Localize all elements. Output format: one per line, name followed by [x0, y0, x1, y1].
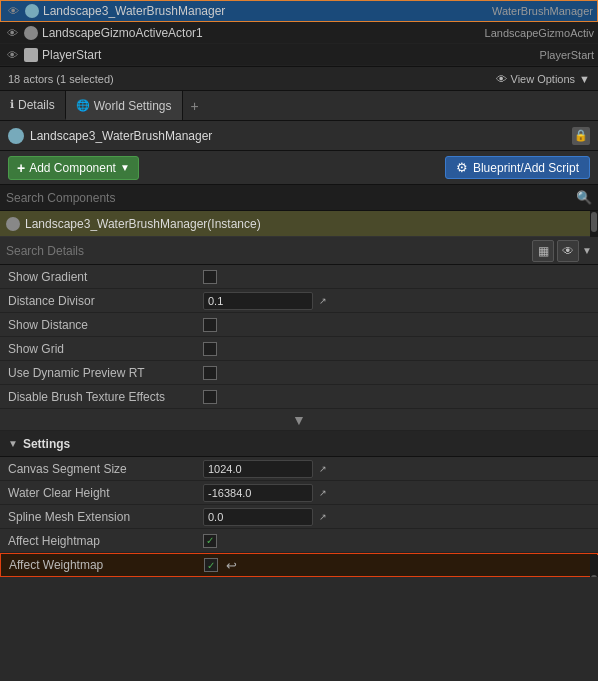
obj-type-icon [8, 128, 24, 144]
lock-button[interactable]: 🔒 [572, 127, 590, 145]
settings-header-text: Settings [23, 437, 70, 451]
obj-name-text: Landscape3_WaterBrushManager [30, 129, 212, 143]
actor-status-bar: 18 actors (1 selected) 👁 View Options ▼ [0, 67, 598, 91]
actor-row-gizmo[interactable]: 👁 LandscapeGizmoActiveActor1 LandscapeGi… [0, 22, 598, 44]
show-gradient-label: Show Gradient [8, 270, 203, 284]
disable-brush-label: Disable Brush Texture Effects [8, 390, 203, 404]
canvas-segment-expand-icon: ↗ [319, 464, 327, 474]
canvas-segment-input[interactable] [203, 460, 313, 478]
dynamic-preview-label: Use Dynamic Preview RT [8, 366, 203, 380]
instance-row[interactable]: Landscape3_WaterBrushManager(Instance) [0, 211, 598, 237]
dynamic-preview-checkbox[interactable] [203, 366, 217, 380]
properties-panel: Show Gradient Distance Divisor ↗ Show Di… [0, 265, 598, 577]
affect-weightmap-extra-icon: ↩ [226, 558, 237, 573]
details-tab-icon: ℹ [10, 98, 14, 111]
water-clear-height-label: Water Clear Height [8, 486, 203, 500]
affect-weightmap-value: ↩ [204, 558, 589, 573]
eye-icon-gizmo[interactable]: 👁 [4, 25, 20, 41]
show-distance-checkbox[interactable] [203, 318, 217, 332]
prop-row-dynamic-preview: Use Dynamic Preview RT [0, 361, 598, 385]
actor-name-playerstart[interactable]: PlayerStart [42, 48, 536, 62]
distance-divisor-input[interactable] [203, 292, 313, 310]
actor-count: 18 actors (1 selected) [8, 73, 114, 85]
eye-filter-button[interactable]: 👁 [557, 240, 579, 262]
instance-scrollbar-thumb [591, 212, 597, 232]
blueprint-label: Blueprint/Add Script [473, 161, 579, 175]
main-scrollbar[interactable] [590, 555, 598, 577]
prop-row-affect-weightmap: Affect Weightmap ↩ [0, 553, 598, 577]
show-grid-checkbox[interactable] [203, 342, 217, 356]
settings-section-header[interactable]: ▼ Settings [0, 431, 598, 457]
down-arrow-icon: ▼ [292, 412, 306, 428]
details-header: Landscape3_WaterBrushManager 🔒 [0, 121, 598, 151]
tab-add-btn[interactable]: + [183, 91, 207, 120]
plus-icon: + [17, 160, 25, 176]
grid-view-button[interactable]: ▦ [532, 240, 554, 262]
instance-area: Landscape3_WaterBrushManager(Instance) [0, 211, 598, 237]
eye-filter-chevron[interactable]: ▼ [582, 245, 592, 256]
search-components-input[interactable] [6, 191, 572, 205]
water-clear-height-input[interactable] [203, 484, 313, 502]
prop-row-show-distance: Show Distance [0, 313, 598, 337]
tab-details[interactable]: ℹ Details [0, 91, 66, 120]
prop-row-show-grid: Show Grid [0, 337, 598, 361]
instance-icon [6, 217, 20, 231]
world-settings-tab-icon: 🌐 [76, 99, 90, 112]
show-gradient-checkbox[interactable] [203, 270, 217, 284]
affect-heightmap-checkbox[interactable] [203, 534, 217, 548]
eye-icon-waterbrush[interactable]: 👁 [5, 3, 21, 19]
toolbar: + Add Component ▼ ⚙ Blueprint/Add Script [0, 151, 598, 185]
actor-row-playerstart[interactable]: 👁 PlayerStart PlayerStart [0, 44, 598, 66]
prop-row-affect-heightmap: Affect Heightmap [0, 529, 598, 553]
blueprint-add-script-button[interactable]: ⚙ Blueprint/Add Script [445, 156, 590, 179]
disable-brush-checkbox[interactable] [203, 390, 217, 404]
actor-name-gizmo[interactable]: LandscapeGizmoActiveActor1 [42, 26, 481, 40]
actor-type-gizmo: LandscapeGizmoActiv [485, 27, 594, 39]
show-grid-label: Show Grid [8, 342, 203, 356]
view-options-btn[interactable]: 👁 View Options ▼ [496, 73, 591, 85]
canvas-segment-label: Canvas Segment Size [8, 462, 203, 476]
distance-divisor-value: ↗ [203, 292, 590, 310]
eye-icon-playerstart[interactable]: 👁 [4, 47, 20, 63]
affect-weightmap-label: Affect Weightmap [9, 558, 204, 572]
prop-row-distance-divisor: Distance Divisor ↗ [0, 289, 598, 313]
affect-heightmap-label: Affect Heightmap [8, 534, 203, 548]
actor-type-playerstart: PlayerStart [540, 49, 594, 61]
add-component-label: Add Component [29, 161, 116, 175]
prop-row-canvas-segment: Canvas Segment Size ↗ [0, 457, 598, 481]
instance-scrollbar[interactable] [590, 211, 598, 237]
spline-mesh-expand-icon: ↗ [319, 512, 327, 522]
eye-icon-view: 👁 [496, 73, 507, 85]
spline-mesh-input[interactable] [203, 508, 313, 526]
distance-divisor-label: Distance Divisor [8, 294, 203, 308]
search-details-input[interactable] [6, 244, 528, 258]
separator-arrow: ▼ [0, 409, 598, 431]
affect-heightmap-value [203, 534, 590, 548]
prop-row-disable-brush: Disable Brush Texture Effects [0, 385, 598, 409]
gear-icon: ⚙ [456, 160, 468, 175]
view-options-chevron: ▼ [579, 73, 590, 85]
add-component-button[interactable]: + Add Component ▼ [8, 156, 139, 180]
actor-type-waterbrush: WaterBrushManager [492, 5, 593, 17]
actor-icon-playerstart [24, 48, 38, 62]
instance-row-text: Landscape3_WaterBrushManager(Instance) [25, 217, 261, 231]
tabs-row: ℹ Details 🌐 World Settings + [0, 91, 598, 121]
actor-row-waterbrush[interactable]: 👁 Landscape3_WaterBrushManager WaterBrus… [0, 0, 598, 22]
canvas-segment-value: ↗ [203, 460, 590, 478]
distance-divisor-expand-icon: ↗ [319, 296, 327, 306]
disable-brush-value [203, 390, 590, 404]
actor-name-waterbrush[interactable]: Landscape3_WaterBrushManager [43, 4, 488, 18]
actor-list: 👁 Landscape3_WaterBrushManager WaterBrus… [0, 0, 598, 67]
settings-collapse-arrow[interactable]: ▼ [8, 438, 18, 449]
spline-mesh-label: Spline Mesh Extension [8, 510, 203, 524]
search-details-toolbar: ▦ 👁 ▼ [532, 240, 592, 262]
dynamic-preview-value [203, 366, 590, 380]
actor-icon-gizmo [24, 26, 38, 40]
view-options-label[interactable]: View Options [511, 73, 576, 85]
prop-row-water-clear-height: Water Clear Height ↗ [0, 481, 598, 505]
tab-world-settings[interactable]: 🌐 World Settings [66, 91, 183, 120]
affect-weightmap-checkbox[interactable] [204, 558, 218, 572]
obj-name-display: Landscape3_WaterBrushManager [8, 128, 212, 144]
show-distance-value [203, 318, 590, 332]
world-settings-tab-label: World Settings [94, 99, 172, 113]
